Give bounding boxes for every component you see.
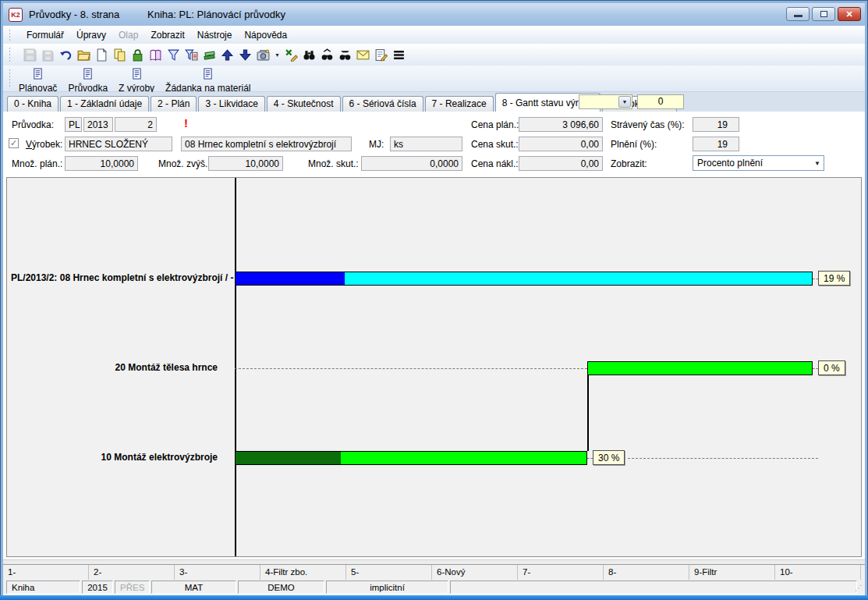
gantt-percent-badge: 19 % — [818, 271, 850, 286]
status-bar: Kniha2015PŘESMATDEMOimplicitní — [3, 580, 865, 595]
minimize-icon — [794, 15, 802, 17]
straveny-cas-label: Strávený čas (%): — [611, 119, 685, 130]
status-cell-mat: MAT — [151, 580, 236, 594]
function-key-8: 8- — [604, 565, 689, 580]
tab-combo-field[interactable]: ▼ — [579, 94, 632, 109]
zobrazit-dropdown[interactable]: Procento plnění ▼ — [693, 155, 824, 171]
cena-nakl-field: 0,00 — [519, 156, 603, 171]
window-controls: ✕ — [786, 7, 861, 21]
mnoz-skut-label: Množ. skut.: — [308, 158, 359, 169]
plneni-label: Plnění (%): — [611, 139, 657, 150]
document-icon — [82, 68, 94, 82]
copy-icon[interactable] — [112, 47, 128, 63]
quick-button-zadanka-na-material[interactable]: Žádanka na materiál — [165, 66, 250, 94]
zobrazit-dropdown-value: Procento plnění — [697, 158, 763, 169]
camera-dropdown-icon[interactable]: ▾ — [273, 47, 282, 63]
cena-skut-field: 0,00 — [519, 137, 603, 151]
app-logo-icon: K2 — [9, 8, 23, 22]
filter-edit-icon[interactable] — [183, 47, 200, 63]
function-key-10: 10- — [775, 565, 861, 580]
gantt-bar — [587, 361, 813, 375]
move-up-icon[interactable] — [219, 47, 236, 63]
gantt-bar-remaining-segment — [341, 452, 586, 464]
find-previous-icon[interactable] — [337, 47, 353, 63]
menu-item-napoveda[interactable]: Nápověda — [238, 27, 293, 43]
quick-button-planovac[interactable]: Plánovač — [19, 66, 57, 94]
filter-icon[interactable] — [165, 47, 182, 63]
tab-7-realizace[interactable]: 7 - Realizace — [425, 96, 494, 112]
tab-3-likvidace[interactable]: 3 - Likvidace — [198, 96, 264, 112]
save-record-icon — [40, 47, 56, 63]
undo-icon[interactable] — [58, 47, 74, 63]
function-key-1: 1- — [3, 565, 89, 580]
window-book-info: Kniha: PL: Plánovácí průvodky — [147, 9, 285, 20]
new-document-icon[interactable] — [94, 47, 110, 63]
export-icon[interactable] — [283, 47, 299, 63]
restore-button[interactable] — [812, 7, 835, 21]
minimize-button[interactable] — [786, 7, 810, 21]
menu-item-upravy[interactable]: Úpravy — [70, 27, 112, 43]
title-bar: K2 Průvodky - 8. strana Kniha: PL: Pláno… — [3, 3, 865, 26]
menu-item-zobrazit[interactable]: Zobrazit — [144, 27, 190, 43]
bottom-divider — [3, 559, 865, 565]
menu-item-formular[interactable]: Formulář — [20, 27, 70, 43]
pruvodka-number-field: 2 — [115, 117, 157, 132]
find-icon[interactable] — [301, 47, 317, 63]
quick-button-bar: PlánovačPrůvodkaZ výrobyŽádanka na mater… — [3, 66, 865, 92]
status-cell-empty — [450, 580, 857, 594]
menu-icon[interactable] — [391, 47, 407, 63]
window-bottom-border — [0, 595, 868, 600]
close-button[interactable]: ✕ — [838, 7, 861, 21]
straveny-cas-field: 19 — [693, 117, 739, 132]
resize-grip-icon[interactable]: ⋰ — [855, 584, 863, 592]
notes-icon[interactable] — [373, 47, 389, 63]
quick-button-pruvodka[interactable]: Průvodka — [68, 66, 108, 94]
tab-4-skutecnost[interactable]: 4 - Skutečnost — [267, 96, 341, 112]
document-icon — [32, 68, 44, 82]
record-counter-field[interactable]: 0 — [637, 94, 684, 109]
pruvodka-label: Průvodka: — [12, 119, 54, 130]
gantt-percent-badge: 30 % — [593, 450, 625, 465]
document-icon — [131, 68, 143, 82]
tab-0-kniha[interactable]: 0 - Kniha — [7, 96, 58, 112]
grip-handle-icon — [9, 69, 11, 88]
tab-1-zakladni-udaje[interactable]: 1 - Základní údaje — [60, 96, 149, 112]
status-cell-kniha: Kniha — [6, 580, 80, 594]
mnoz-zvys-field: 10,0000 — [208, 156, 283, 171]
stack-icon[interactable] — [201, 47, 218, 63]
tab-strip: 0 - Kniha1 - Základní údaje2 - Plán3 - L… — [7, 93, 678, 112]
vyrobek-checkbox — [9, 138, 19, 148]
function-key-9[interactable]: 9-Filtr — [689, 565, 775, 580]
gantt-bar — [235, 451, 587, 465]
function-key-7: 7- — [518, 565, 604, 580]
quick-button-z-vyroby[interactable]: Z výroby — [119, 66, 154, 94]
menu-item-nastroje[interactable]: Nástroje — [191, 27, 239, 43]
function-key-5: 5- — [346, 565, 432, 580]
gantt-tick-line — [587, 458, 593, 459]
find-next-icon[interactable] — [319, 47, 335, 63]
function-key-4[interactable]: 4-Filtr zbo. — [260, 565, 346, 580]
document-icon — [202, 68, 214, 82]
open-folder-icon[interactable] — [76, 47, 92, 63]
gantt-row-label: 20 Montáž tělesa hrnce — [11, 362, 218, 373]
menu-item-olap: Olap — [112, 27, 144, 43]
zobrazit-label: Zobrazit: — [611, 158, 647, 169]
chevron-down-icon[interactable]: ▼ — [618, 96, 631, 108]
save-icon — [22, 47, 38, 63]
mnoz-zvys-label: Množ. zvýš.: — [158, 158, 211, 169]
tab-6-seriova-cisla[interactable]: 6 - Sériová čísla — [342, 96, 423, 112]
mnoz-plan-label: Množ. plán.: — [12, 158, 62, 169]
cena-plan-field: 3 096,60 — [519, 117, 603, 132]
vyrobek-name-field: 08 Hrnec kompletní s elektrovýzbrojí — [181, 137, 352, 151]
pruvodka-book-field: PL — [65, 117, 82, 132]
move-down-icon[interactable] — [237, 47, 253, 63]
function-key-6[interactable]: 6-Nový — [432, 565, 518, 580]
mnoz-skut-field: 0,0000 — [361, 156, 462, 171]
gantt-row-label: 10 Montáž elektrovýzbroje — [11, 452, 218, 463]
camera-icon[interactable] — [255, 47, 271, 63]
tab-2-plan[interactable]: 2 - Plán — [151, 96, 197, 112]
book-icon[interactable] — [147, 47, 164, 63]
gantt-bar-done-segment — [236, 272, 345, 285]
lock-icon[interactable] — [129, 47, 146, 63]
mail-icon[interactable] — [355, 47, 371, 63]
